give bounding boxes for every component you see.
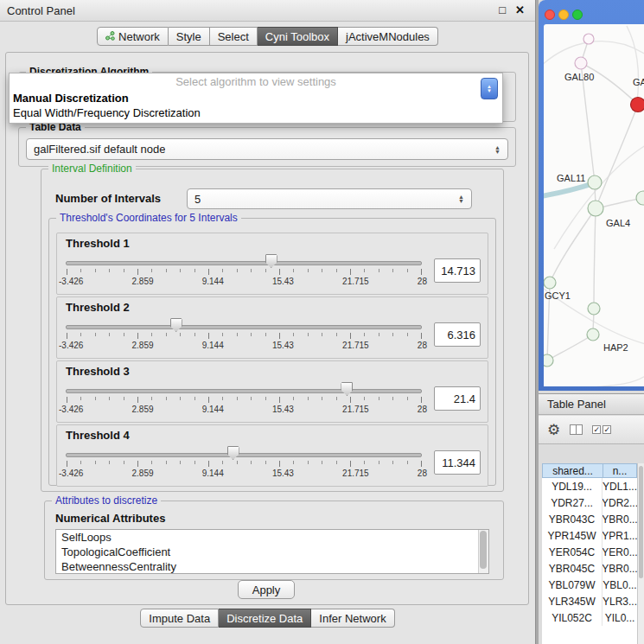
table-row[interactable]: YBR043CYBR0...: [542, 511, 637, 527]
table-cell[interactable]: YER0...: [603, 544, 637, 560]
list-scrollbar[interactable]: [478, 530, 488, 573]
table-cell[interactable]: YPR1...: [603, 527, 637, 544]
algorithm-option-equal-width[interactable]: Equal Width/Frequency Discretization: [10, 105, 502, 120]
table-cell[interactable]: YDL19...: [542, 478, 603, 494]
table-cell[interactable]: YDR2...: [603, 494, 637, 511]
table-scrollbar[interactable]: [637, 463, 644, 644]
network-canvas[interactable]: GAL80 GA GAL11 GAL4 GCY1 HAP2: [544, 24, 644, 386]
tab-style[interactable]: Style: [169, 27, 210, 46]
table-row[interactable]: YBR045CYBR0...: [542, 560, 637, 577]
numerical-attributes-list[interactable]: SelfLoopsTopologicalCoefficientBetweenne…: [55, 529, 489, 574]
table-row[interactable]: YIL052CYIL0...: [542, 609, 637, 626]
float-window-icon[interactable]: □: [499, 3, 506, 16]
table-cell[interactable]: YBR0...: [603, 511, 637, 527]
table-data-combo[interactable]: galFiltered.sif default node: [26, 138, 508, 160]
network-node[interactable]: [588, 201, 603, 216]
table-row[interactable]: YER054CYER0...: [542, 544, 637, 560]
network-node[interactable]: [575, 57, 587, 69]
columns-icon[interactable]: [570, 424, 583, 435]
threshold-value-field[interactable]: 6.316: [434, 322, 481, 347]
slider-thumb[interactable]: [227, 446, 239, 460]
table-scrollbar-thumb[interactable]: [639, 466, 643, 578]
table-cell[interactable]: YDR27...: [542, 494, 603, 511]
table-cell[interactable]: YBL079W: [542, 577, 603, 593]
network-node[interactable]: [583, 34, 594, 44]
attribute-list-item[interactable]: SelfLoops: [56, 530, 488, 545]
network-node-selected[interactable]: [631, 98, 644, 112]
table-row[interactable]: YBL079WYBL0...: [542, 577, 637, 593]
mac-zoom-button[interactable]: [572, 10, 583, 20]
table-cell[interactable]: YPR145W: [542, 527, 603, 544]
threshold-value-field[interactable]: 11.344: [434, 450, 481, 475]
slider-track[interactable]: [66, 389, 422, 393]
tab-infer-network[interactable]: Infer Network: [311, 609, 394, 628]
table-row[interactable]: YDR27...YDR2...: [542, 494, 637, 511]
tick-mark: [208, 269, 209, 275]
table-cell[interactable]: YBR045C: [542, 560, 603, 577]
number-of-intervals-combo[interactable]: 5: [187, 188, 472, 209]
column-header-shared-name[interactable]: shared...: [543, 464, 603, 477]
table-cell[interactable]: YBL0...: [603, 577, 637, 593]
table-row[interactable]: YPR145WYPR1...: [542, 527, 637, 544]
slider-thumb[interactable]: [265, 254, 277, 268]
slider-track[interactable]: [66, 325, 422, 329]
network-node[interactable]: [588, 175, 602, 189]
column-header-name[interactable]: n...: [603, 464, 636, 477]
tick-mark: [392, 269, 393, 272]
tick-mark: [67, 269, 67, 275]
algorithm-combo-stepper-icon[interactable]: [481, 78, 498, 99]
table-cell[interactable]: YLR3...: [603, 593, 637, 609]
slider-thumb[interactable]: [170, 318, 182, 332]
tick-mark: [392, 333, 393, 336]
tab-jactivemnodules[interactable]: jActiveMNodules: [338, 27, 438, 46]
tab-network[interactable]: Network: [97, 27, 169, 46]
table-cell[interactable]: YER054C: [542, 544, 603, 560]
network-node[interactable]: [636, 191, 644, 205]
tab-cyni-toolbox[interactable]: Cyni Toolbox: [258, 27, 338, 46]
slider-track[interactable]: [66, 261, 422, 265]
table-panel-title: Table Panel: [547, 398, 606, 411]
attribute-list-item[interactable]: BetweennessCentrality: [56, 559, 488, 574]
algorithm-option-manual[interactable]: Manual Discretization: [10, 91, 502, 105]
list-scrollbar-thumb[interactable]: [480, 531, 487, 569]
table-row[interactable]: YLR345WYLR3...: [542, 593, 637, 609]
tick-mark: [251, 333, 252, 336]
slider-track[interactable]: [66, 453, 422, 457]
table-cell[interactable]: YIL052C: [542, 609, 603, 626]
network-node[interactable]: [588, 303, 600, 315]
slider-thumb[interactable]: [341, 382, 353, 396]
table-row[interactable]: YDL19...YDL1...: [542, 478, 637, 494]
threshold-slider[interactable]: -3.4262.8599.14415.4321.71528: [66, 381, 422, 416]
tick-mark: [364, 269, 365, 272]
table-cell[interactable]: YBR0...: [603, 560, 637, 577]
attribute-list-item[interactable]: TopologicalCoefficient: [56, 545, 488, 559]
tick-mark: [350, 461, 351, 467]
threshold-value-field[interactable]: 21.4: [434, 386, 481, 411]
table-cell[interactable]: YDL1...: [603, 478, 637, 494]
tab-label: Impute Data: [149, 612, 210, 625]
checkbox-icon[interactable]: [603, 425, 611, 434]
table-cell[interactable]: YLR345W: [542, 593, 603, 609]
apply-button[interactable]: Apply: [238, 580, 295, 599]
bottom-tab-bar: Impute DataDiscretize DataInfer Network: [0, 609, 535, 628]
threshold-panel: Threshold 1 -3.4262.8599.14415.4321.7152…: [56, 233, 488, 295]
close-window-icon[interactable]: ✕: [515, 3, 525, 16]
table-cell[interactable]: YIL0...: [603, 609, 637, 626]
tab-impute-data[interactable]: Impute Data: [140, 609, 219, 628]
tick-label: 28: [418, 341, 427, 350]
threshold-slider[interactable]: -3.4262.8599.14415.4321.71528: [66, 253, 422, 288]
threshold-value-field[interactable]: 14.713: [434, 258, 481, 283]
network-node[interactable]: [587, 328, 599, 341]
network-node[interactable]: [544, 354, 553, 367]
network-node[interactable]: [544, 277, 556, 289]
mac-minimize-button[interactable]: [558, 10, 569, 20]
mac-close-button[interactable]: [545, 10, 555, 20]
gear-icon[interactable]: [547, 423, 560, 437]
table-cell[interactable]: YBR043C: [542, 511, 603, 527]
tab-select[interactable]: Select: [210, 27, 258, 46]
tab-discretize-data[interactable]: Discretize Data: [219, 609, 311, 628]
tick-mark: [95, 397, 96, 400]
threshold-slider[interactable]: -3.4262.8599.14415.4321.71528: [66, 317, 422, 352]
threshold-slider[interactable]: -3.4262.8599.14415.4321.71528: [66, 445, 422, 480]
checkbox-icon[interactable]: [592, 425, 601, 434]
